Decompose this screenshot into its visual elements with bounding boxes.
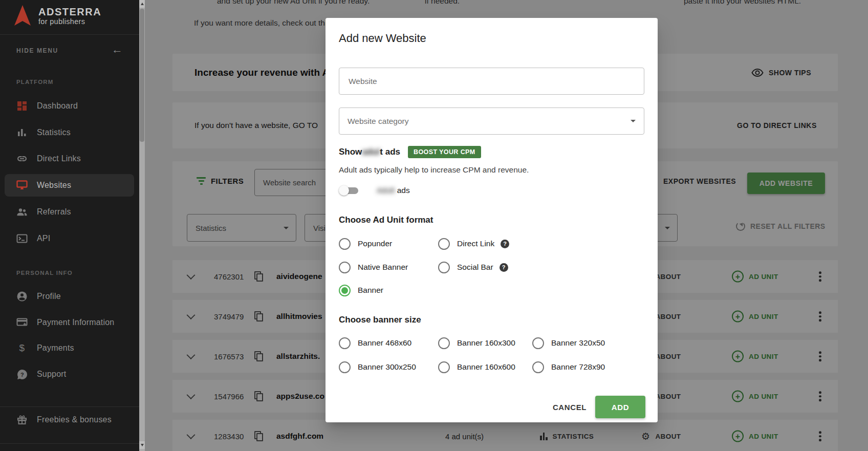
chevron-down-icon	[631, 120, 636, 122]
radio-native-banner[interactable]: Native Banner	[339, 260, 408, 275]
hide-menu-button[interactable]: HIDE MENU	[16, 45, 58, 56]
divider	[0, 34, 139, 35]
sidebar-item-dashboard[interactable]: Dashboard	[5, 95, 134, 117]
sidebar-item-label: Support	[37, 370, 66, 379]
radio-social-bar[interactable]: Social Bar?	[438, 260, 508, 275]
sidebar: ADSTERRA for publishers HIDE MENU ← PLAT…	[0, 0, 139, 451]
sidebar-item-label: Statistics	[37, 128, 71, 137]
radio-icon[interactable]	[339, 262, 351, 273]
brand-name: ADSTERRA	[38, 6, 101, 17]
radio-popunder[interactable]: Popunder	[339, 236, 392, 251]
brand-tagline: for publishers	[38, 17, 101, 26]
toggle-label-blurred: Adult	[377, 186, 395, 195]
help-icon[interactable]: ?	[500, 263, 508, 272]
link-icon	[16, 153, 28, 164]
website-category-select[interactable]: Website category	[339, 108, 644, 135]
bar-chart-icon	[16, 127, 28, 138]
dollar-icon: $	[16, 342, 28, 354]
radio-banner-728x90[interactable]: Banner 728x90	[532, 359, 605, 375]
scroll-down-icon	[141, 444, 144, 446]
banner-size-heading: Choose banner size	[339, 315, 421, 325]
platform-section-header: PLATFORM	[16, 79, 54, 85]
radio-banner-160x600[interactable]: Banner 160x600	[438, 359, 515, 375]
adult-ads-toggle-label: Adult ads	[377, 186, 410, 195]
sidebar-item-payments[interactable]: $ Payments	[5, 337, 134, 359]
format-heading: Choose Ad Unit format	[339, 215, 433, 225]
radio-banner-320x50[interactable]: Banner 320x50	[532, 335, 605, 351]
website-field[interactable]	[339, 68, 644, 95]
radio-banner-468x60[interactable]: Banner 468x60	[339, 335, 411, 351]
format-row-3: Banner	[339, 283, 643, 298]
website-category-placeholder: Website category	[348, 117, 408, 126]
adult-ads-toggle-row: Adult ads	[339, 184, 410, 197]
personal-section-header: PERSONAL INFO	[16, 270, 73, 276]
logo[interactable]: ADSTERRA for publishers	[13, 4, 101, 28]
sidebar-item-direct-links[interactable]: Direct Links	[5, 147, 134, 170]
adult-ads-toggle[interactable]	[339, 184, 361, 197]
add-website-modal: Add new Website Website category Show ad…	[326, 18, 658, 422]
radio-icon[interactable]	[339, 337, 351, 349]
sidebar-item-label: Websites	[37, 181, 71, 190]
radio-banner[interactable]: Banner	[339, 283, 383, 298]
sidebar-item-label: API	[37, 234, 50, 243]
radio-icon[interactable]	[532, 337, 544, 349]
sidebar-item-label: Payments	[37, 343, 74, 353]
sidebar-item-freebies[interactable]: Freebies & bonuses	[5, 409, 134, 431]
add-button[interactable]: ADD	[595, 396, 645, 418]
radio-selected-icon[interactable]	[339, 285, 351, 296]
page-scrollbar[interactable]	[139, 0, 145, 451]
sidebar-item-api[interactable]: API	[5, 227, 134, 250]
sidebar-item-label: Payment Information	[37, 318, 114, 327]
people-icon	[16, 206, 28, 218]
adult-heading-suffix: t ads	[380, 147, 400, 157]
divider	[0, 443, 139, 444]
adult-ads-heading: Show adul t ads BOOST YOUR CPM	[339, 146, 481, 158]
sidebar-item-referrals[interactable]: Referrals	[5, 201, 134, 223]
sidebar-item-label: Freebies & bonuses	[37, 415, 112, 424]
help-icon: ?	[16, 369, 28, 380]
scroll-up-button[interactable]	[139, 0, 145, 8]
sidebar-item-label: Profile	[37, 292, 61, 301]
sidebar-item-label: Referrals	[37, 207, 71, 217]
scroll-up-icon	[141, 3, 144, 5]
sidebar-item-label: Dashboard	[37, 101, 78, 111]
payment-card-icon	[16, 317, 28, 328]
person-icon	[16, 291, 28, 302]
radio-icon[interactable]	[339, 238, 351, 250]
divider	[0, 406, 139, 407]
radio-icon[interactable]	[532, 361, 544, 373]
sidebar-item-profile[interactable]: Profile	[5, 285, 134, 308]
format-row-2: Native Banner Social Bar?	[339, 260, 643, 275]
scrollbar-thumb[interactable]	[140, 9, 144, 142]
radio-icon[interactable]	[438, 238, 450, 250]
radio-icon[interactable]	[438, 361, 450, 373]
toggle-label-suffix: ads	[395, 186, 409, 195]
sidebar-item-statistics[interactable]: Statistics	[5, 121, 134, 144]
radio-icon[interactable]	[438, 262, 450, 273]
monitor-icon	[16, 180, 28, 191]
sidebar-item-support[interactable]: ? Support	[5, 363, 134, 385]
adsterra-logo-icon	[13, 4, 32, 28]
scroll-down-button[interactable]	[139, 441, 145, 449]
modal-title: Add new Website	[339, 32, 426, 45]
radio-banner-160x300[interactable]: Banner 160x300	[438, 335, 515, 351]
website-input[interactable]	[348, 76, 626, 87]
radio-icon[interactable]	[438, 337, 450, 349]
radio-direct-link[interactable]: Direct Link?	[438, 236, 509, 251]
adult-ads-description: Adult ads typically help to increase CPM…	[339, 165, 529, 175]
cancel-button[interactable]: CANCEL	[548, 396, 592, 418]
radio-icon[interactable]	[339, 361, 351, 373]
toggle-thumb	[339, 185, 349, 196]
sidebar-item-payment-information[interactable]: Payment Information	[5, 311, 134, 334]
collapse-arrow-icon[interactable]: ←	[112, 43, 123, 56]
svg-text:?: ?	[20, 371, 24, 377]
dashboard-grid-icon	[16, 100, 28, 112]
help-icon[interactable]: ?	[501, 240, 509, 248]
sidebar-item-label: Direct Links	[37, 154, 81, 163]
radio-banner-300x250[interactable]: Banner 300x250	[339, 359, 416, 375]
sidebar-item-websites[interactable]: Websites	[5, 174, 134, 197]
adult-heading-prefix: Show	[339, 147, 362, 157]
format-row-1: Popunder Direct Link?	[339, 236, 643, 251]
boost-cpm-badge: BOOST YOUR CPM	[408, 146, 481, 158]
terminal-icon	[16, 233, 28, 244]
